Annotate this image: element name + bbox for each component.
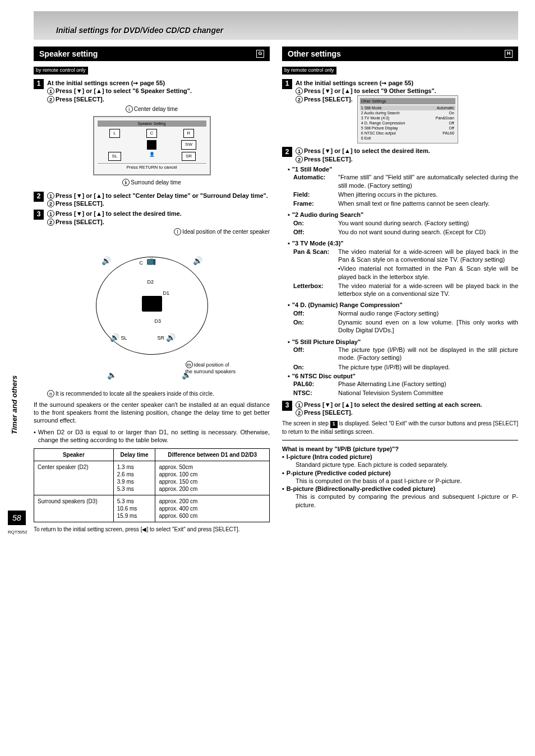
opt-k: Off:	[293, 309, 338, 317]
substep-icon: 1	[47, 192, 54, 200]
opt-v: Normal audio range (Factory setting)	[338, 309, 518, 317]
osd-r: R	[183, 129, 195, 138]
step1-line-b: Press [SELECT].	[56, 96, 104, 103]
th-diff: Difference between D1 and D2/D3	[155, 449, 270, 461]
opt-v: The video material for a wide-screen wil…	[338, 248, 518, 264]
other-settings-title: Other settings	[288, 49, 341, 59]
listener-icon	[142, 296, 162, 312]
opt-v: Dynamic sound even on a low volume. [Thi…	[338, 318, 518, 335]
table-row: Surround speakers (D3) 5.3 ms10.6 ms15.9…	[34, 495, 270, 522]
substep-icon: 2	[47, 219, 54, 226]
cell-delays: 1.3 ms2.6 ms3.9 ms5.3 ms	[113, 461, 155, 495]
ipb-b-head: B-picture (Bidirectionally-predictive co…	[282, 485, 518, 493]
opt-v: Phase Alternating Line (Factory setting)	[338, 380, 518, 388]
recommend-marker-icon: n	[47, 390, 54, 397]
doc-code: RQT5052	[8, 530, 27, 535]
speaker-setting-header: Speaker setting G	[34, 47, 270, 61]
remote-only-tag: by remote control only	[34, 67, 88, 75]
para-d2d3: When D2 or D3 is equal to or larger than…	[34, 428, 270, 444]
opt-k: Field:	[293, 191, 338, 198]
opt-v: •Video material not formatted in the Pan…	[338, 265, 518, 281]
opt-v: The picture type (I/P/B) will not be dis…	[338, 346, 518, 362]
page-number: 58	[8, 511, 26, 525]
item1-head: "1 Still Mode"	[292, 165, 333, 173]
room-diagram: 🔊 C 📺 🔊 D2 D1 D3 🔊 SL 🔊 SR 🔈 🔈 mIdeal po…	[79, 240, 225, 386]
item2-head: "2 Audio during Search"	[292, 211, 363, 219]
substep-icon: 1	[47, 210, 54, 217]
ideal-center-marker-icon: l	[174, 228, 181, 235]
r-step2-b: Press [SELECT].	[304, 156, 353, 163]
step2-line-a: Press [▼] or [▲] to select "Center Delay…	[56, 192, 268, 199]
recommend-text: It is recommended to locate all the spea…	[56, 391, 214, 397]
th-delay: Delay time	[113, 449, 155, 461]
substep-icon: 1	[296, 87, 303, 95]
item3-head: "3 TV Mode (4:3)"	[292, 239, 344, 247]
substep-icon: 2	[47, 200, 54, 207]
return-note-left: To return to the initial setting screen,…	[34, 526, 270, 533]
diag-d3: D3	[155, 318, 162, 325]
substep-icon: 2	[296, 156, 303, 163]
opt-k	[293, 265, 338, 281]
ipb-question: What is meant by "I/P/B (picture type)"?	[282, 445, 518, 453]
r-step3-b: Press [SELECT].	[304, 409, 353, 416]
opt-v: You do not want sound during search. (Ex…	[338, 228, 518, 236]
sl-ideal-icon: 🔈	[107, 370, 117, 380]
surround-delay-marker-icon: k	[122, 179, 130, 186]
diag-d2: D2	[147, 279, 154, 286]
opt-v: When small text or fine patterns cannot …	[338, 200, 518, 207]
substep-1-icon: 1	[47, 87, 54, 95]
item5-head: "5 Still Picture Display"	[292, 338, 361, 346]
diag-d1: D1	[163, 290, 170, 297]
opt-v: "Frame still" and "Field still" are auto…	[338, 173, 518, 189]
osd-sw: SW	[181, 140, 196, 149]
step-2-marker: 2	[282, 147, 292, 157]
section-badge-h: H	[505, 50, 513, 58]
ipb-i-head: I-picture (Intra coded picture)	[282, 453, 518, 461]
r-step2-a: Press [▼] or [▲] to select the desired i…	[304, 147, 430, 154]
surround-delay-label: Surround delay time	[131, 179, 181, 185]
substep-icon: 1	[296, 401, 303, 409]
left-speaker-icon: 🔊	[102, 256, 111, 266]
osd-title: Speaker Setting	[98, 120, 206, 127]
delay-table: Speaker Delay time Difference between D1…	[34, 448, 270, 522]
opt-v: The video material for a wide-screen wil…	[338, 282, 518, 298]
para-install: If the surround speakers or the center s…	[34, 401, 270, 425]
opt-k: PAL60:	[293, 380, 338, 388]
section-badge-g: G	[256, 50, 264, 58]
table-row: Center speaker (D2) 1.3 ms2.6 ms3.9 ms5.…	[34, 461, 270, 495]
center-delay-label: Center delay time	[134, 106, 178, 112]
ideal-center-label: Ideal position of the center speaker	[182, 229, 270, 235]
item4-head: "4 D. (Dynamic) Range Compression"	[292, 301, 403, 309]
step-1-marker: 1	[282, 79, 292, 89]
sr-speaker-icon: 🔊	[166, 332, 176, 342]
opt-k: Off:	[293, 228, 338, 236]
page-banner: Initial settings for DVD/Video CD/CD cha…	[34, 11, 518, 40]
step2-line-b: Press [SELECT].	[56, 200, 104, 207]
sl-speaker-icon: 🔊	[110, 332, 119, 342]
r-step1-intro: At the initial settings screen (➞ page 5…	[296, 79, 518, 87]
th-speaker: Speaker	[34, 449, 114, 461]
cell-diffs: approx. 50cmapprox. 100 cmapprox. 150 cm…	[155, 461, 270, 495]
ideal-surround-anno: mIdeal position of the surround speakers	[186, 361, 236, 375]
r-step1-a: Press [▼] or [▲] to select "9 Other Sett…	[304, 87, 436, 94]
ipb-b-desc: This is computed by comparing the previo…	[296, 493, 518, 509]
step3-line-b: Press [SELECT].	[56, 219, 104, 225]
opt-k: Frame:	[293, 200, 338, 207]
speaker-osd-diagram: Speaker Setting L C R SW SL 👤 SR Press R…	[93, 116, 211, 175]
substep-icon: 1	[296, 147, 303, 155]
step-2-marker: 2	[34, 192, 44, 202]
osd-c: C	[146, 129, 158, 138]
osd-tv-icon	[147, 140, 156, 149]
opt-v: The picture type (I/P/B) will be display…	[338, 363, 518, 371]
opt-k: Letterbox:	[293, 282, 338, 298]
step-3-marker: 3	[34, 210, 44, 220]
cell-speaker: Center speaker (D2)	[34, 461, 114, 495]
opt-k: Automatic:	[293, 173, 338, 189]
other-settings-osd: Other Settings 1 Still ModeAutomatic 2 A…	[357, 95, 458, 144]
side-tab-label: Timer and others	[10, 375, 20, 434]
right-speaker-icon: 🔊	[193, 256, 202, 266]
opt-k: On:	[293, 219, 338, 227]
cell-diffs: approx. 200 cmapprox. 400 cmapprox. 600 …	[155, 495, 270, 522]
step1-intro: At the initial settings screen (➞ page 5…	[47, 79, 270, 87]
diag-sl: SL	[121, 335, 127, 342]
